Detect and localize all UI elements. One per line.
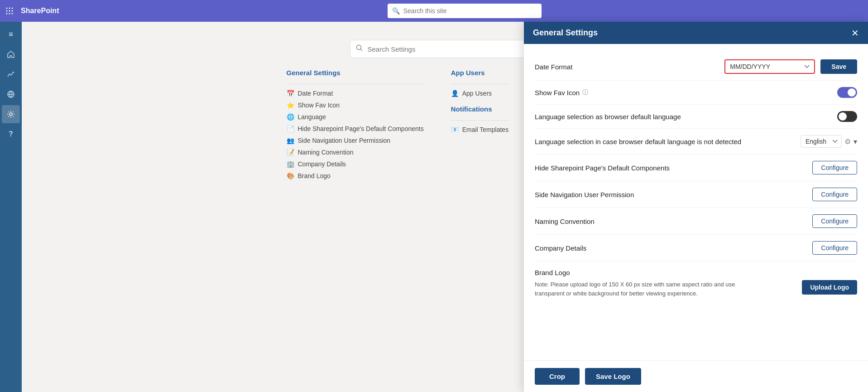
lang-fallback-chevron-icon: ▾ <box>854 137 857 146</box>
app-users-heading: App Users <box>451 69 508 77</box>
show-fav-icon-row: Show Fav Icon ⓘ <box>535 81 857 105</box>
sidenav: ≡ ? <box>0 22 22 392</box>
svg-point-7 <box>9 13 10 15</box>
main-content: General Settings 📅 Date Format ⭐ Show Fa… <box>22 22 868 392</box>
general-settings-heading: General Settings <box>287 69 424 77</box>
sidenav-globe[interactable] <box>2 85 20 103</box>
svg-point-11 <box>356 45 361 50</box>
side-nav-icon: 👥 <box>287 137 294 144</box>
app-users-list: 👤 App Users <box>451 90 508 97</box>
search-settings-bar[interactable] <box>350 40 540 58</box>
brand-logo-note: Note: Please upload logo of 150 X 60 px … <box>535 280 752 298</box>
sidenav-analytics[interactable] <box>2 65 20 83</box>
list-item-date-format[interactable]: 📅 Date Format <box>287 90 424 97</box>
date-format-label: Date Format <box>535 63 572 71</box>
brand-logo-row: Note: Please upload logo of 150 X 60 px … <box>535 280 857 298</box>
naming-convention-label: Naming Convention <box>535 218 595 225</box>
lang-fallback-right: English French German Spanish ⚙ ▾ <box>801 135 857 148</box>
lang-fallback-row: Language selection in case browser defau… <box>535 129 857 155</box>
naming-convention-icon: 📝 <box>287 149 294 156</box>
side-nav-row: Side Navigation User Permission Configur… <box>535 181 857 208</box>
lang-browser-default-toggle-wrap <box>837 111 857 122</box>
brand-logo-icon: 🎨 <box>287 172 294 179</box>
list-item-naming-convention[interactable]: 📝 Naming Convention <box>287 149 424 156</box>
list-item-email-templates[interactable]: 📧 Email Templates <box>451 126 508 133</box>
side-nav-configure-button[interactable]: Configure <box>812 188 857 201</box>
search-settings-icon <box>356 44 363 53</box>
svg-point-1 <box>9 8 10 9</box>
date-format-icon: 📅 <box>287 90 294 97</box>
top-bar: SharePoint 🔍 <box>0 0 868 22</box>
email-templates-icon: 📧 <box>451 126 459 133</box>
sidenav-menu[interactable]: ≡ <box>2 25 20 44</box>
date-format-right: MM/DD/YYYY DD/MM/YYYY YYYY/MM/DD DD-MM-Y… <box>724 59 857 74</box>
naming-convention-right: Configure <box>812 214 857 228</box>
side-nav-right: Configure <box>812 188 857 201</box>
lang-fallback-label: Language selection in case browser defau… <box>535 138 741 145</box>
list-item-side-nav[interactable]: 👥 Side Navigation User Permission <box>287 137 424 144</box>
sidenav-help[interactable]: ? <box>2 125 20 143</box>
hide-sharepoint-right: Configure <box>812 161 857 174</box>
app-logo: SharePoint <box>21 7 59 15</box>
hide-sharepoint-row: Hide Sharepoint Page's Default Component… <box>535 155 857 181</box>
modal-close-button[interactable]: ✕ <box>851 29 859 38</box>
lang-fallback-select[interactable]: English French German Spanish <box>801 135 842 148</box>
save-button[interactable]: Save <box>820 59 857 74</box>
brand-logo-section: Brand Logo Note: Please upload logo of 1… <box>535 261 857 303</box>
app-users-col: App Users 👤 App Users Notifications 📧 Em… <box>451 69 508 179</box>
svg-point-8 <box>12 13 13 15</box>
app-users-icon: 👤 <box>451 90 459 97</box>
lang-browser-default-row: Language selection as browser default la… <box>535 105 857 129</box>
sidenav-home[interactable] <box>2 45 20 63</box>
list-item-app-users[interactable]: 👤 App Users <box>451 90 508 97</box>
company-details-configure-button[interactable]: Configure <box>812 241 857 255</box>
svg-line-12 <box>360 49 362 51</box>
general-settings-modal: General Settings ✕ Date Format MM/DD/YYY… <box>524 22 868 392</box>
svg-point-2 <box>12 8 13 9</box>
sidenav-settings[interactable] <box>2 105 20 123</box>
list-item-language[interactable]: 🌐 Language <box>287 113 424 121</box>
upload-logo-button[interactable]: Upload Logo <box>802 280 857 295</box>
crop-button[interactable]: Crop <box>535 368 580 385</box>
show-fav-icon-toggle[interactable] <box>837 87 857 98</box>
search-settings-input[interactable] <box>368 45 534 53</box>
list-item-hide-sharepoint[interactable]: 📄 Hide Sharepoint Page's Default Compone… <box>287 125 424 132</box>
hide-sharepoint-icon: 📄 <box>287 125 294 132</box>
list-item-show-fav-icon[interactable]: ⭐ Show Fav Icon <box>287 102 424 109</box>
hide-sharepoint-configure-button[interactable]: Configure <box>812 161 857 174</box>
modal-header: General Settings ✕ <box>524 22 868 44</box>
site-search-input[interactable] <box>403 7 537 15</box>
lang-browser-default-toggle[interactable] <box>837 111 857 122</box>
naming-convention-configure-button[interactable]: Configure <box>812 214 857 228</box>
save-logo-button[interactable]: Save Logo <box>585 368 641 385</box>
site-search-bar[interactable]: 🔍 <box>388 4 542 18</box>
svg-point-6 <box>6 13 8 15</box>
modal-title: General Settings <box>533 28 598 38</box>
show-fav-icon-toggle-wrap <box>837 87 857 98</box>
lang-browser-default-label: Language selection as browser default la… <box>535 113 681 121</box>
general-settings-list: 📅 Date Format ⭐ Show Fav Icon 🌐 Language… <box>287 90 424 179</box>
fav-icon-info: ⓘ <box>582 88 588 97</box>
svg-point-5 <box>12 10 13 12</box>
svg-point-10 <box>10 113 12 116</box>
company-details-label: Company Details <box>535 244 586 252</box>
waffle-icon[interactable] <box>5 7 14 15</box>
svg-point-0 <box>6 8 8 9</box>
side-nav-label: Side Navigation User Permission <box>535 191 634 198</box>
modal-body: Date Format MM/DD/YYYY DD/MM/YYYY YYYY/M… <box>524 44 868 360</box>
date-format-select[interactable]: MM/DD/YYYY DD/MM/YYYY YYYY/MM/DD DD-MM-Y… <box>724 59 815 74</box>
main-layout: ≡ ? <box>0 22 868 392</box>
site-search-icon: 🔍 <box>392 7 400 15</box>
company-details-right: Configure <box>812 241 857 255</box>
company-details-icon: 🏢 <box>287 160 294 168</box>
svg-point-4 <box>9 10 10 12</box>
language-icon: 🌐 <box>287 113 294 121</box>
list-item-company-details[interactable]: 🏢 Company Details <box>287 160 424 168</box>
fav-icon-icon: ⭐ <box>287 102 294 109</box>
company-details-row: Company Details Configure <box>535 235 857 261</box>
list-item-brand-logo[interactable]: 🎨 Brand Logo <box>287 172 424 179</box>
naming-convention-row: Naming Convention Configure <box>535 208 857 235</box>
lang-settings-gear-icon[interactable]: ⚙ <box>844 137 851 146</box>
modal-footer: Crop Save Logo <box>524 360 868 392</box>
general-settings-col: General Settings 📅 Date Format ⭐ Show Fa… <box>287 69 424 179</box>
